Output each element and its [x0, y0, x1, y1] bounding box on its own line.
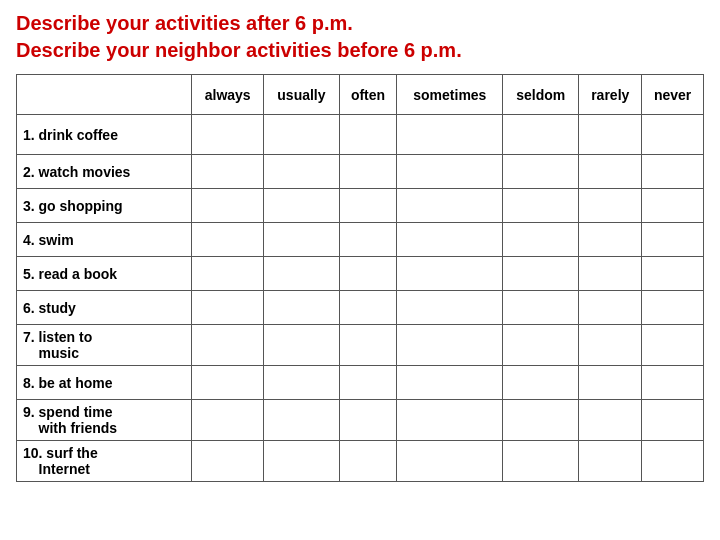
table-row: 5. read a book: [17, 257, 704, 291]
cell-row9-col1[interactable]: [192, 400, 264, 441]
table-row: 8. be at home: [17, 366, 704, 400]
activity-4: 4. swim: [17, 223, 192, 257]
header-never: never: [642, 75, 704, 115]
activity-7: 7. listen to music: [17, 325, 192, 366]
cell-row1-col3[interactable]: [339, 115, 397, 155]
cell-row5-col2[interactable]: [264, 257, 339, 291]
cell-row9-col6[interactable]: [579, 400, 642, 441]
cell-row8-col7[interactable]: [642, 366, 704, 400]
cell-row2-col7[interactable]: [642, 155, 704, 189]
header-rarely: rarely: [579, 75, 642, 115]
cell-row4-col7[interactable]: [642, 223, 704, 257]
cell-row8-col2[interactable]: [264, 366, 339, 400]
table-row: 3. go shopping: [17, 189, 704, 223]
cell-row4-col4[interactable]: [397, 223, 503, 257]
cell-row4-col6[interactable]: [579, 223, 642, 257]
cell-row7-col3[interactable]: [339, 325, 397, 366]
cell-row10-col2[interactable]: [264, 441, 339, 482]
cell-row6-col7[interactable]: [642, 291, 704, 325]
cell-row3-col2[interactable]: [264, 189, 339, 223]
activity-8: 8. be at home: [17, 366, 192, 400]
header-seldom: seldom: [503, 75, 579, 115]
cell-row9-col2[interactable]: [264, 400, 339, 441]
activities-table: alwaysusuallyoftensometimesseldomrarelyn…: [16, 74, 704, 482]
header-sometimes: sometimes: [397, 75, 503, 115]
cell-row1-col4[interactable]: [397, 115, 503, 155]
cell-row5-col5[interactable]: [503, 257, 579, 291]
cell-row10-col1[interactable]: [192, 441, 264, 482]
activity-3: 3. go shopping: [17, 189, 192, 223]
cell-row2-col6[interactable]: [579, 155, 642, 189]
cell-row4-col2[interactable]: [264, 223, 339, 257]
cell-row9-col7[interactable]: [642, 400, 704, 441]
cell-row3-col4[interactable]: [397, 189, 503, 223]
cell-row1-col6[interactable]: [579, 115, 642, 155]
activity-1: 1. drink coffee: [17, 115, 192, 155]
cell-row6-col3[interactable]: [339, 291, 397, 325]
cell-row4-col1[interactable]: [192, 223, 264, 257]
header-always: always: [192, 75, 264, 115]
cell-row8-col1[interactable]: [192, 366, 264, 400]
cell-row3-col6[interactable]: [579, 189, 642, 223]
cell-row8-col5[interactable]: [503, 366, 579, 400]
cell-row7-col5[interactable]: [503, 325, 579, 366]
cell-row2-col3[interactable]: [339, 155, 397, 189]
table-row: 10. surf the Internet: [17, 441, 704, 482]
cell-row10-col6[interactable]: [579, 441, 642, 482]
cell-row7-col4[interactable]: [397, 325, 503, 366]
table-row: 9. spend time with friends: [17, 400, 704, 441]
cell-row1-col7[interactable]: [642, 115, 704, 155]
header-usually: usually: [264, 75, 339, 115]
cell-row7-col7[interactable]: [642, 325, 704, 366]
cell-row3-col5[interactable]: [503, 189, 579, 223]
cell-row8-col4[interactable]: [397, 366, 503, 400]
title2: Describe your neighbor activities before…: [16, 39, 704, 62]
cell-row3-col3[interactable]: [339, 189, 397, 223]
cell-row9-col3[interactable]: [339, 400, 397, 441]
cell-row10-col3[interactable]: [339, 441, 397, 482]
activity-2: 2. watch movies: [17, 155, 192, 189]
header-often: often: [339, 75, 397, 115]
cell-row2-col2[interactable]: [264, 155, 339, 189]
cell-row10-col5[interactable]: [503, 441, 579, 482]
cell-row2-col4[interactable]: [397, 155, 503, 189]
cell-row3-col7[interactable]: [642, 189, 704, 223]
cell-row8-col3[interactable]: [339, 366, 397, 400]
cell-row9-col5[interactable]: [503, 400, 579, 441]
table-row: 4. swim: [17, 223, 704, 257]
cell-row6-col2[interactable]: [264, 291, 339, 325]
cell-row7-col2[interactable]: [264, 325, 339, 366]
activity-10: 10. surf the Internet: [17, 441, 192, 482]
cell-row6-col4[interactable]: [397, 291, 503, 325]
cell-row5-col3[interactable]: [339, 257, 397, 291]
cell-row5-col7[interactable]: [642, 257, 704, 291]
cell-row5-col1[interactable]: [192, 257, 264, 291]
title1: Describe your activities after 6 p.m.: [16, 12, 704, 35]
cell-row7-col6[interactable]: [579, 325, 642, 366]
cell-row5-col6[interactable]: [579, 257, 642, 291]
cell-row1-col1[interactable]: [192, 115, 264, 155]
cell-row2-col5[interactable]: [503, 155, 579, 189]
cell-row2-col1[interactable]: [192, 155, 264, 189]
cell-row5-col4[interactable]: [397, 257, 503, 291]
cell-row3-col1[interactable]: [192, 189, 264, 223]
cell-row10-col4[interactable]: [397, 441, 503, 482]
table-row: 1. drink coffee: [17, 115, 704, 155]
cell-row1-col5[interactable]: [503, 115, 579, 155]
cell-row6-col6[interactable]: [579, 291, 642, 325]
activity-6: 6. study: [17, 291, 192, 325]
table-row: 2. watch movies: [17, 155, 704, 189]
cell-row6-col5[interactable]: [503, 291, 579, 325]
cell-row4-col5[interactable]: [503, 223, 579, 257]
cell-row6-col1[interactable]: [192, 291, 264, 325]
activity-5: 5. read a book: [17, 257, 192, 291]
cell-row4-col3[interactable]: [339, 223, 397, 257]
table-row: 6. study: [17, 291, 704, 325]
cell-row8-col6[interactable]: [579, 366, 642, 400]
activity-9: 9. spend time with friends: [17, 400, 192, 441]
cell-row1-col2[interactable]: [264, 115, 339, 155]
table-row: 7. listen to music: [17, 325, 704, 366]
cell-row9-col4[interactable]: [397, 400, 503, 441]
cell-row10-col7[interactable]: [642, 441, 704, 482]
cell-row7-col1[interactable]: [192, 325, 264, 366]
